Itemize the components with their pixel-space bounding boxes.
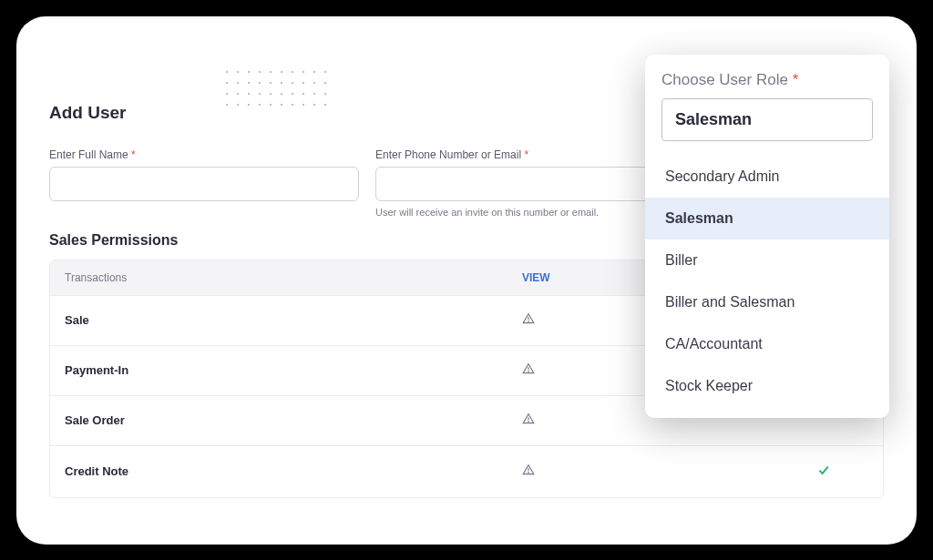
- full-name-label-text: Enter Full Name: [49, 148, 128, 161]
- warning-icon: [522, 362, 535, 375]
- col-transactions: Transactions: [65, 271, 522, 284]
- contact-label-text: Enter Phone Number or Email: [375, 148, 521, 161]
- svg-point-1: [528, 321, 529, 321]
- popup-option[interactable]: CA/Accountant: [645, 323, 889, 365]
- check-icon: [816, 463, 829, 475]
- full-name-input[interactable]: [49, 167, 359, 201]
- popup-option[interactable]: Biller and Salesman: [645, 281, 889, 323]
- transaction-name: Credit Note: [65, 464, 522, 478]
- contact-input[interactable]: [375, 167, 685, 201]
- table-row: Credit Note: [50, 446, 883, 497]
- popup-option[interactable]: Salesman: [645, 198, 889, 239]
- role-popup: Choose User Role * Salesman Secondary Ad…: [645, 55, 889, 418]
- extra-cell[interactable]: [777, 463, 868, 481]
- popup-selected-value[interactable]: Salesman: [661, 98, 873, 141]
- popup-items: Secondary AdminSalesmanBillerBiller and …: [645, 156, 889, 407]
- contact-helper: User will receive an invite on this numb…: [375, 207, 685, 218]
- contact-group: Enter Phone Number or Email * User will …: [375, 148, 685, 218]
- warning-icon: [522, 463, 535, 476]
- transaction-name: Payment-In: [65, 363, 522, 377]
- popup-option[interactable]: Secondary Admin: [645, 156, 889, 198]
- transaction-name: Sale: [65, 313, 522, 327]
- contact-label: Enter Phone Number or Email *: [375, 148, 685, 161]
- required-asterisk: *: [131, 148, 136, 161]
- full-name-group: Enter Full Name *: [49, 148, 359, 218]
- required-asterisk: *: [793, 71, 799, 88]
- popup-option[interactable]: Stock Keeper: [645, 365, 889, 407]
- popup-option[interactable]: Biller: [645, 239, 889, 281]
- full-name-label: Enter Full Name *: [49, 148, 359, 161]
- app-window: Add User Enter Full Name * Enter Phone N…: [16, 16, 917, 545]
- warning-icon: [522, 312, 535, 325]
- required-asterisk: *: [524, 148, 528, 161]
- popup-label-text: Choose User Role: [661, 71, 788, 88]
- svg-point-7: [528, 472, 529, 473]
- transaction-name: Sale Order: [65, 413, 522, 427]
- warning-icon: [522, 412, 535, 425]
- svg-point-5: [528, 421, 529, 422]
- svg-point-3: [528, 371, 529, 372]
- popup-label: Choose User Role *: [645, 71, 889, 98]
- decorative-dots: [226, 71, 326, 106]
- view-cell[interactable]: [522, 463, 777, 480]
